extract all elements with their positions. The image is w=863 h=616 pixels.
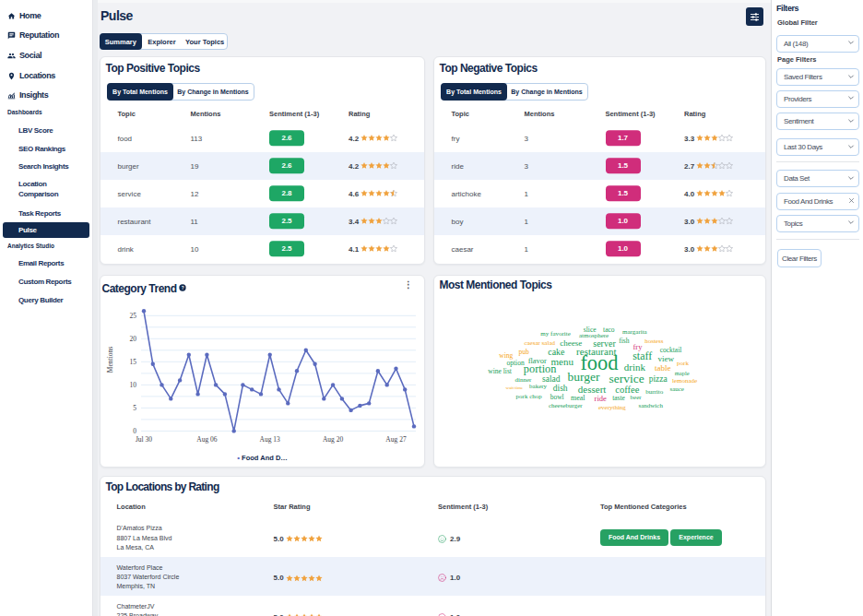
- svg-text:Jul 30: Jul 30: [136, 435, 152, 444]
- svg-text:Mentions: Mentions: [106, 347, 114, 373]
- svg-text:5: 5: [133, 404, 136, 412]
- svg-text:Aug 20: Aug 20: [323, 435, 344, 444]
- svg-text:10: 10: [130, 381, 137, 389]
- svg-text:Aug 13: Aug 13: [260, 435, 281, 444]
- svg-text:Aug 27: Aug 27: [385, 435, 407, 444]
- svg-text:20: 20: [130, 335, 137, 343]
- svg-text:15: 15: [130, 358, 137, 366]
- svg-text:Aug 06: Aug 06: [196, 435, 218, 444]
- svg-text:25: 25: [130, 312, 137, 320]
